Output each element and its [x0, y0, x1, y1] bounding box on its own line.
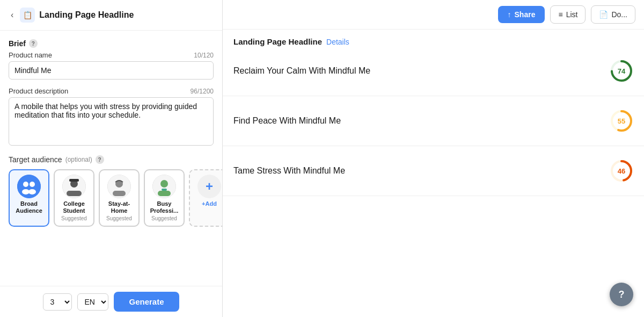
audience-name-college: College Student — [57, 200, 91, 214]
svg-rect-8 — [69, 179, 79, 182]
result-item[interactable]: Find Peace With Mindful Me 55 — [223, 96, 644, 146]
svg-point-2 — [30, 182, 35, 187]
result-text: Find Peace With Mindful Me — [233, 116, 341, 126]
audience-card-broad[interactable]: Broad Audience — [9, 169, 49, 227]
brief-help-icon[interactable]: ? — [29, 39, 38, 48]
score-value: 55 — [618, 117, 625, 125]
audience-tag-college: Suggested — [61, 215, 87, 221]
product-name-header: Product name 10/120 — [9, 51, 214, 59]
audience-avatar-college — [62, 175, 86, 198]
product-name-input[interactable] — [9, 61, 214, 80]
header-icon: 📋 — [20, 8, 35, 23]
audience-help-icon[interactable]: ? — [96, 155, 104, 164]
product-desc-header: Product description 96/1200 — [9, 87, 214, 95]
right-panel: ↑ Share ≡ List 📄 Do... Landing Page Head… — [223, 0, 644, 317]
audience-tag-busy-prof: Suggested — [151, 215, 177, 221]
product-desc-label: Product description — [9, 87, 68, 95]
list-icon: ≡ — [558, 10, 562, 19]
svg-point-0 — [17, 175, 41, 198]
audience-avatar-broad — [17, 175, 41, 198]
svg-rect-7 — [67, 191, 82, 196]
audience-cards: Broad Audience College Student Suggested — [9, 169, 214, 227]
audience-card-busy-prof[interactable]: Busy Professi... Suggested — [144, 169, 185, 227]
right-content-header: Landing Page Headline Details — [223, 30, 644, 46]
audience-card-stay-at-home[interactable]: Stay-at-Home Suggested — [99, 169, 140, 227]
doc-icon: 📄 — [599, 10, 608, 19]
audience-label: Target audience — [9, 155, 62, 164]
product-name-label: Product name — [9, 51, 52, 59]
svg-point-13 — [160, 180, 168, 188]
product-desc-count: 96/1200 — [191, 88, 214, 95]
share-icon: ↑ — [508, 10, 511, 19]
back-button[interactable]: ‹ — [9, 9, 16, 21]
audience-optional: (optional) — [65, 156, 92, 163]
audience-avatar-stay-at-home — [107, 175, 131, 198]
share-button[interactable]: ↑ Share — [498, 6, 545, 23]
count-select[interactable]: 3 5 10 — [43, 293, 72, 311]
doc-button[interactable]: 📄 Do... — [591, 5, 635, 24]
svg-rect-11 — [113, 191, 126, 196]
svg-point-1 — [23, 182, 28, 187]
result-text: Tame Stress With Mindful Me — [233, 166, 345, 176]
page-title: Landing Page Headline — [39, 10, 134, 20]
svg-rect-15 — [162, 189, 167, 191]
list-button[interactable]: ≡ List — [550, 5, 586, 24]
results-list: Reclaim Your Calm With Mindful Me 74 Fin… — [223, 46, 644, 317]
help-fab[interactable]: ? — [610, 283, 633, 306]
svg-point-3 — [22, 189, 30, 194]
details-link[interactable]: Details — [326, 38, 349, 46]
audience-avatar-busy-prof — [152, 175, 176, 198]
audience-label-row: Target audience (optional) ? — [9, 155, 214, 164]
right-toolbar: ↑ Share ≡ List 📄 Do... — [223, 0, 644, 30]
content-title: Landing Page Headline — [233, 37, 322, 46]
audience-card-college[interactable]: College Student Suggested — [54, 169, 94, 227]
audience-card-add[interactable]: + +Add — [189, 169, 222, 227]
result-item[interactable]: Tame Stress With Mindful Me 46 — [223, 146, 644, 196]
audience-name-stay-at-home: Stay-at-Home — [102, 200, 136, 214]
svg-rect-14 — [158, 191, 171, 196]
result-text: Reclaim Your Calm With Mindful Me — [233, 66, 370, 76]
generate-button[interactable]: Generate — [114, 292, 179, 312]
left-panel: ‹ 📋 Landing Page Headline Brief ? Produc… — [0, 0, 223, 317]
audience-name-broad: Broad Audience — [12, 200, 46, 214]
audience-name-add: +Add — [202, 200, 217, 207]
svg-point-4 — [28, 189, 36, 194]
audience-name-busy-prof: Busy Professi... — [147, 200, 181, 214]
score-value: 46 — [618, 167, 625, 175]
left-header: ‹ 📋 Landing Page Headline — [0, 0, 222, 31]
lang-select[interactable]: EN FR DE — [77, 293, 108, 311]
audience-tag-stay-at-home: Suggested — [106, 215, 132, 221]
score-circle: 46 — [610, 159, 633, 183]
left-content: Brief ? Product name 10/120 Product desc… — [0, 31, 222, 286]
brief-section-label: Brief ? — [9, 39, 214, 48]
result-item[interactable]: Reclaim Your Calm With Mindful Me 74 — [223, 46, 644, 96]
score-circle: 74 — [610, 59, 633, 83]
score-circle: 55 — [610, 109, 633, 133]
score-value: 74 — [618, 67, 625, 75]
product-desc-input[interactable]: A mobile that helps you with stress by p… — [9, 97, 214, 146]
audience-avatar-add: + — [197, 175, 221, 198]
bottom-bar: 3 5 10 EN FR DE Generate — [0, 286, 222, 317]
product-name-count: 10/120 — [194, 52, 214, 59]
